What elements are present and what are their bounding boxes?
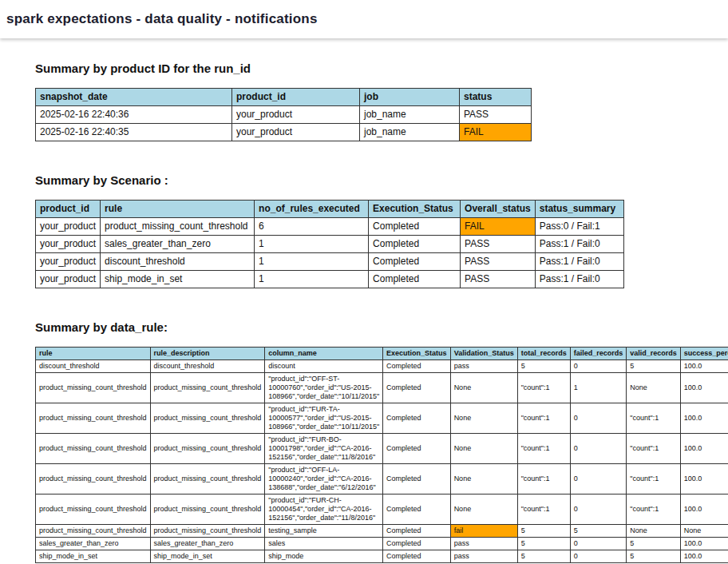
table-cell: discount_threshold [150,360,265,373]
product-id-summary-table: snapshot_dateproduct_idjobstatus 2025-02… [35,88,532,141]
table-cell: "count":1 [517,373,570,403]
column-header: product_id [36,201,101,218]
table-cell: None [627,373,681,403]
table-cell: 100.0 [680,360,728,373]
table-row: product_missing_count_thresholdproduct_m… [36,434,728,464]
column-header: status_summary [535,201,623,218]
table-cell: sales_greater_than_zero [101,236,255,253]
table-cell: "count":1 [627,434,681,464]
table-row: your_productsales_greater_than_zero1Comp… [36,236,624,253]
table-cell: PASS [461,253,536,271]
table-cell: 100.0 [680,550,728,563]
table-cell: your_product [36,236,101,253]
table-cell: product_missing_count_threshold [150,525,265,538]
table-cell: "count":1 [627,494,681,525]
table-cell: testing_sample [265,525,383,538]
table-cell: 100.0 [680,494,728,525]
table-cell: your_product [232,124,360,141]
table-row: ship_mode_in_setship_mode_in_setship_mod… [36,550,728,563]
app-header: spark expectations - data quality - noti… [0,0,728,38]
table-cell: None [450,434,517,464]
table-cell: None [450,403,517,434]
table-row: product_missing_count_thresholdproduct_m… [36,403,728,434]
table-cell: pass [450,360,517,373]
table-cell: your_product [36,271,101,288]
table-cell: product_missing_count_threshold [150,494,265,525]
table-cell: "product_id":"FUR-CH-10000454","order_id… [265,494,383,525]
table-cell: your_product [232,106,360,124]
table-header-row: snapshot_dateproduct_idjobstatus [36,89,532,106]
table-cell: 1 [255,253,369,271]
table-cell: None [450,494,517,525]
table-row: 2025-02-16 22:40:35your_productjob_nameF… [36,124,532,141]
table-cell: product_missing_count_threshold [36,464,151,494]
table-cell: Completed [369,236,461,253]
table-cell: 100.0 [680,538,728,550]
table-cell: 5 [627,360,681,373]
table-cell: product_missing_count_threshold [101,218,255,236]
section-heading-scenario: Summary by Scenario : [35,173,728,187]
status-cell-fail: FAIL [461,218,536,236]
table-cell: 0 [570,360,627,373]
column-header: Overall_status [461,201,536,218]
table-cell: "product_id":"FUR-BO-10001798","order_id… [265,434,383,464]
table-cell: "product_id":"FUR-TA-10000577","order_id… [265,403,383,434]
table-cell: None [450,464,517,494]
table-cell: "product_id":"OFF-ST-10000760","order_id… [265,373,383,403]
table-row: product_missing_count_thresholdproduct_m… [36,373,728,403]
scenario-summary-table: product_idruleno_of_rules_executedExecut… [35,200,624,288]
table-cell: PASS [460,106,532,124]
table-cell: 5 [627,538,681,550]
table-cell: ship_mode_in_set [150,550,265,563]
table-cell: "product_id":"OFF-LA-10000240","order_id… [265,464,383,494]
table-cell: job_name [360,106,460,124]
table-cell: job_name [360,124,460,141]
table-cell: 5 [627,550,681,563]
table-cell: None [450,373,517,403]
table-row: product_missing_count_thresholdproduct_m… [36,525,728,538]
column-header: status [460,89,532,106]
table-row: your_productdiscount_threshold1Completed… [36,253,624,271]
content: Summary by product ID for the run_id sna… [0,38,728,563]
section-product-id-summary: Summary by product ID for the run_id sna… [35,62,728,141]
table-cell: "count":1 [627,464,681,494]
data-rule-summary-table: rulerule_descriptioncolumn_nameExecution… [35,347,728,563]
table-cell: 0 [570,494,627,525]
column-header: rule [101,201,255,218]
table-cell: sales_greater_than_zero [150,538,265,550]
table-cell: product_missing_count_threshold [150,464,265,494]
table-cell: Completed [383,538,451,550]
table-cell: Completed [369,218,461,236]
table-cell: Completed [369,253,461,271]
table-cell: "count":1 [517,494,570,525]
table-cell: 0 [570,434,627,464]
table-cell: None [680,525,728,538]
table-cell: 5 [517,538,570,550]
table-cell: 2025-02-16 22:40:35 [36,124,232,141]
table-cell: discount [265,360,383,373]
table-cell: product_missing_count_threshold [150,373,265,403]
table-cell: 0 [570,464,627,494]
table-row: your_productproduct_missing_count_thresh… [36,218,624,236]
table-cell: 100.0 [680,373,728,403]
table-cell: "count":1 [517,403,570,434]
section-data-rule-summary: Summary by data_rule: rulerule_descripti… [35,320,728,563]
table-cell: 6 [255,218,369,236]
table-cell: Completed [383,550,451,563]
table-cell: product_missing_count_threshold [150,403,265,434]
table-cell: Pass:1 / Fail:0 [535,271,623,288]
table-cell: Completed [369,271,461,288]
table-cell: 1 [570,373,627,403]
table-cell: 5 [517,525,570,538]
table-cell: 0 [570,550,627,563]
table-cell: 5 [517,550,570,563]
table-cell: 2025-02-16 22:40:36 [36,106,232,124]
table-row: product_missing_count_thresholdproduct_m… [36,464,728,494]
table-cell: PASS [461,236,536,253]
table-cell: "count":1 [627,403,681,434]
table-cell: discount_threshold [101,253,255,271]
column-header: product_id [232,89,360,106]
table-cell: Pass:1 / Fail:0 [535,236,623,253]
column-header: Execution_Status [383,348,451,360]
table-cell: product_missing_count_threshold [36,434,151,464]
